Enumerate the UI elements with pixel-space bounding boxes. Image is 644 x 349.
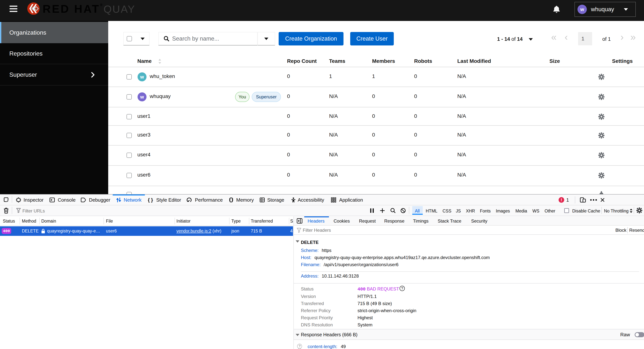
svg-text:{ }: { } (148, 197, 153, 203)
